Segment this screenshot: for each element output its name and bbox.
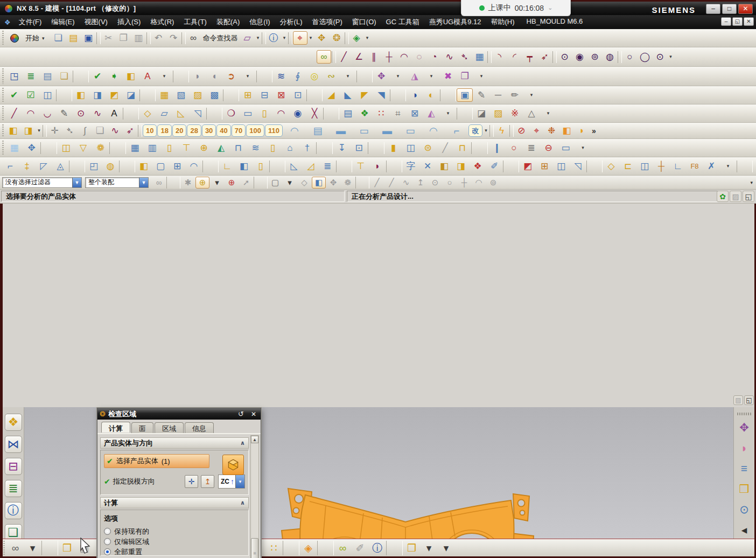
half-block-icon[interactable]: ◧ [236,159,252,173]
dd[interactable]: ▾ [340,69,356,83]
point-set-icon[interactable]: ⊙ [73,107,89,120]
moldbase-plate2-icon[interactable]: ▭ [353,124,375,137]
plate-holes-icon[interactable]: ⊡ [351,141,367,155]
collapse-icon[interactable]: ∧ [240,440,245,447]
collapse-arrow-icon[interactable]: ◂ [736,521,752,538]
filter-box-icon[interactable]: ◫ [39,88,55,102]
snap-pole-icon[interactable]: ↥ [414,177,428,189]
pen-tool-icon[interactable]: ✏ [507,88,523,102]
clamp-icon[interactable]: ⊓ [454,141,471,155]
wedge2-icon[interactable]: ◿ [303,159,319,173]
polyline-icon[interactable]: ∠ [352,50,366,64]
tab-info[interactable]: 信息 [185,422,214,433]
selection-filter-dropdown[interactable]: 没有选择过滤器 ▼ [2,177,82,188]
plate-size-110[interactable]: 110 [265,124,283,137]
collapse-icon[interactable]: ∧ [240,499,245,506]
toolbar-grip[interactable] [2,541,6,555]
sheet-body-icon[interactable]: ◗ [575,124,589,137]
open-button[interactable]: ▤ [66,31,81,45]
dd[interactable]: ▾ [255,31,261,45]
rect-select-icon[interactable]: ▢ [268,177,282,189]
curve-mesh-icon[interactable]: ❍ [223,107,239,120]
scroll-up-arrow[interactable]: ▲ [251,436,258,443]
scroll-thumb[interactable]: ≡ [251,538,258,558]
dd[interactable]: ▾ [523,88,540,102]
circle-solid-icon[interactable]: ◉ [572,50,587,64]
text-curve-icon[interactable]: A [106,107,122,120]
plate-size-10[interactable]: 10 [143,124,157,137]
shaded-cube-icon[interactable]: ◧ [312,177,326,189]
plate-b-icon[interactable]: ▥ [144,141,160,155]
snap-curve-icon[interactable]: ∿ [399,177,413,189]
extend-icon[interactable]: ➶ [537,50,552,64]
reference-icon[interactable]: ※ [507,107,523,120]
hole-ring-icon[interactable]: ○ [506,141,522,155]
select-body-button[interactable] [222,455,244,475]
ellipse-large-icon[interactable]: ◯ [638,50,652,64]
moldbase-step-icon[interactable]: ⌐ [445,124,468,137]
blend-surface-icon[interactable]: ◹ [190,107,206,120]
thin-pin-icon[interactable]: † [299,141,316,155]
ellipse-small-icon[interactable]: ○ [622,50,637,64]
grid-points-icon[interactable]: ▦ [6,141,23,155]
slot-gold-icon[interactable]: ▯ [253,159,269,173]
ejector-pin-icon[interactable]: ↧ [333,141,350,155]
grid-icon[interactable]: ⌗ [390,107,406,120]
slide-icon[interactable]: ╱ [437,141,453,155]
point-dialog-icon[interactable]: ✥ [314,31,329,45]
move-object-icon[interactable]: ✥ [373,69,389,83]
gate-icon[interactable]: ◫ [402,141,419,155]
dialog-scrollbar[interactable]: ▲ ≡ ▼ [250,435,259,558]
dd[interactable]: ▾ [438,541,454,555]
dd[interactable]: ▾ [423,69,439,83]
corner-angle-icon[interactable]: ∟ [219,159,235,173]
dd[interactable]: ▾ [210,177,224,189]
corner-block-icon[interactable]: ◰ [86,159,102,173]
modify-button[interactable]: 改 [468,124,482,137]
select-product-body-row[interactable]: ✔ 选择产品实体 (1) [104,454,209,468]
toolbar-grip[interactable] [1,88,5,102]
shade-face-icon[interactable]: ◪ [473,107,489,120]
tube-icon[interactable]: ⊙ [736,501,752,517]
doc-close-button[interactable]: ✕ [744,17,754,26]
plate-a-icon[interactable]: ▦ [127,141,143,155]
deform-sheet-icon[interactable]: ◗ [736,440,752,456]
point-funnel-icon[interactable]: ⌖ [529,124,544,137]
section-calculate[interactable]: 计算 ∧ [100,497,249,508]
subtract-icon[interactable]: ⊟ [256,88,272,102]
plate-size-40[interactable]: 40 [216,124,230,137]
ruled-surface-icon[interactable]: ▱ [156,107,172,120]
dd[interactable]: ▾ [24,541,41,555]
box-gold-icon[interactable]: ◧ [436,159,452,173]
menu-yanxiu-mold[interactable]: 燕秀UG模具9.12 [424,16,486,29]
info-tree-icon[interactable]: ⓘ [369,541,386,555]
spring-coil-icon[interactable]: ∮ [290,69,306,83]
v-block-icon[interactable]: ▽ [75,141,92,155]
move-handle-icon[interactable]: ✥ [23,141,40,155]
t-slot-icon[interactable]: ⊤ [353,159,369,173]
column-icon[interactable]: ❙ [488,141,505,155]
primitive-shapes-icon[interactable]: ❒ [736,480,752,497]
pattern-cone-icon[interactable]: ◮ [407,69,423,83]
menu-analysis[interactable]: 分析(L) [275,16,307,29]
check-blue-icon[interactable]: ✔ [89,69,106,83]
dd[interactable]: ▾ [668,50,674,64]
dd[interactable]: ▾ [440,107,456,120]
profile-line-icon[interactable]: ╱ [6,107,22,120]
dd[interactable]: ▾ [365,31,370,45]
extrude-icon[interactable]: ◧ [73,88,89,102]
dim-x-icon[interactable]: ✕ [419,159,436,173]
arc-icon[interactable]: ◠ [397,50,411,64]
copy-object-icon[interactable]: ❐ [457,69,473,83]
bolt-pair-icon[interactable]: ‡ [19,159,35,173]
moldbase-plate3-icon[interactable]: ▬ [376,124,398,137]
dd[interactable]: ▾ [575,141,591,155]
arrow-gray-icon[interactable]: ➚ [239,177,253,189]
snap-circle-icon[interactable]: ○ [443,177,457,189]
dd[interactable]: ▾ [308,31,314,45]
web-browser-icon[interactable]: ⓘ [5,502,22,519]
revolve-icon[interactable]: ◨ [89,88,106,102]
locator-icon[interactable]: ◭ [213,141,229,155]
crosshair-red-icon[interactable]: ⊕ [225,177,239,189]
window-grid-icon[interactable]: ⊞ [169,159,185,173]
